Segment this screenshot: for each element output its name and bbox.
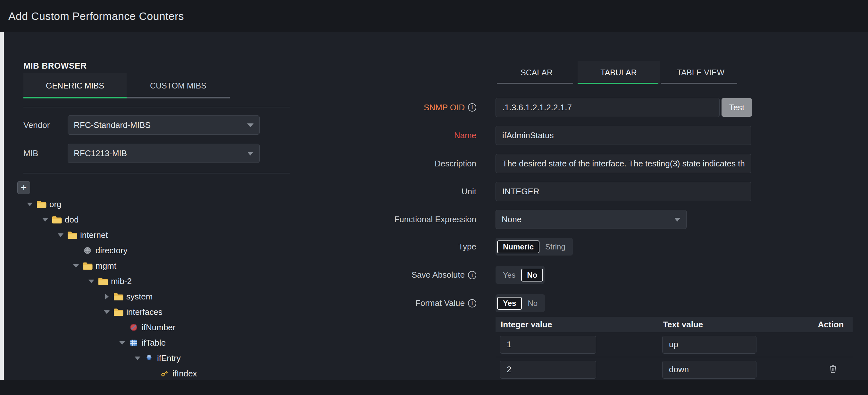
tab-tabular[interactable]: TABULAR — [578, 61, 660, 84]
collapse-arrow-icon[interactable] — [135, 357, 141, 360]
tree-node-mib-2[interactable]: mib-2 — [0, 273, 290, 289]
type-option-string[interactable]: String — [539, 240, 571, 253]
integer-value-input[interactable] — [500, 336, 596, 354]
tree-node-iftable[interactable]: ifTable — [0, 335, 290, 351]
info-icon[interactable]: i — [468, 103, 476, 112]
functional-expression-select[interactable]: None — [496, 210, 687, 229]
collapse-arrow-icon[interactable] — [104, 310, 110, 314]
tree-node-interfaces[interactable]: interfaces — [0, 304, 290, 320]
name-label: Name — [454, 130, 476, 141]
tree-node-system[interactable]: system — [0, 289, 290, 304]
name-input[interactable] — [496, 126, 751, 145]
mib-label: MIB — [23, 148, 68, 158]
text-value-input[interactable] — [662, 361, 756, 378]
tree-node-dod[interactable]: dod — [0, 212, 290, 227]
save-absolute-label-text: Save Absolute — [411, 270, 465, 280]
tab-generic-mibs[interactable]: GENERIC MIBS — [23, 73, 127, 98]
value-table-row — [496, 357, 852, 382]
tree-node-org[interactable]: org — [0, 196, 290, 212]
functional-expression-row: Functional Expression None — [496, 210, 687, 229]
vendor-select[interactable]: RFC-Standard-MIBS — [68, 115, 260, 135]
divider — [23, 107, 290, 108]
tree-node-ifindex[interactable]: ifIndex — [0, 366, 290, 381]
tree-node-ifentry[interactable]: ifEntry — [0, 351, 290, 366]
tree-node-label: mgmt — [95, 261, 116, 271]
tab-custom-mibs[interactable]: CUSTOM MIBS — [127, 73, 230, 98]
collapse-arrow-icon[interactable] — [73, 264, 79, 268]
unit-input[interactable] — [496, 182, 751, 201]
text-value-input[interactable] — [662, 336, 756, 354]
tree-expand-all-button[interactable]: + — [17, 181, 30, 194]
info-icon[interactable]: i — [468, 271, 476, 279]
collapse-arrow-icon[interactable] — [42, 218, 48, 221]
folder-icon — [112, 293, 124, 301]
description-label: Description — [435, 159, 476, 169]
vendor-row: Vendor RFC-Standard-MIBS — [23, 115, 260, 135]
type-option-numeric[interactable]: Numeric — [497, 240, 539, 253]
value-table-row — [496, 332, 852, 357]
description-input[interactable] — [496, 154, 751, 173]
save-absolute-option-yes[interactable]: Yes — [497, 269, 521, 281]
tab-scalar-label: SCALAR — [521, 68, 553, 77]
folder-icon — [51, 215, 63, 224]
name-row: Name — [496, 126, 751, 145]
delete-row-button[interactable] — [813, 364, 852, 375]
folder-icon — [97, 277, 109, 286]
tree-node-directory[interactable]: directory — [0, 243, 290, 258]
name-label-text: Name — [454, 130, 476, 141]
collapse-arrow-icon[interactable] — [27, 203, 33, 206]
type-label: Type — [458, 242, 476, 252]
folder-icon — [35, 200, 48, 209]
tree-node-label: ifTable — [142, 338, 166, 348]
vendor-label: Vendor — [23, 120, 68, 130]
unit-label-text: Unit — [462, 187, 476, 196]
tree-node-label: system — [126, 292, 153, 302]
integer-value-input[interactable] — [500, 361, 596, 378]
save-absolute-toggle: Yes No — [496, 266, 545, 284]
save-absolute-option-no[interactable]: No — [521, 269, 543, 281]
test-button[interactable]: Test — [721, 98, 752, 117]
tab-custom-mibs-label: CUSTOM MIBS — [150, 81, 207, 90]
unit-row: Unit — [496, 182, 751, 201]
mib-select-value: RFC1213-MIB — [74, 148, 127, 158]
tab-table-view-label: TABLE VIEW — [677, 68, 724, 77]
type-toggle: Numeric String — [496, 238, 573, 255]
tree-node-internet[interactable]: internet — [0, 227, 290, 243]
collapse-arrow-icon[interactable] — [58, 234, 63, 237]
format-value-option-yes[interactable]: Yes — [497, 297, 522, 310]
mib-select[interactable]: RFC1213-MIB — [68, 144, 260, 163]
mib-tabs: GENERIC MIBS CUSTOM MIBS — [23, 73, 230, 98]
tab-table-view[interactable]: TABLE VIEW — [660, 61, 742, 84]
page-title: Add Custom Performance Counters — [8, 10, 184, 23]
tree-node-label: internet — [80, 230, 108, 240]
expand-arrow-icon[interactable] — [105, 294, 108, 300]
tree-node-mgmt[interactable]: mgmt — [0, 258, 290, 273]
functional-expression-label-text: Functional Expression — [394, 214, 476, 224]
value-table-header: Integer value Text value Action — [496, 317, 852, 332]
info-icon[interactable]: i — [468, 299, 476, 307]
window-titlebar: Add Custom Performance Counters — [0, 0, 868, 32]
tree-node-label: directory — [95, 246, 128, 255]
format-value-label: Format Value i — [415, 298, 476, 308]
integer-value-header: Integer value — [496, 320, 658, 330]
collapse-arrow-icon[interactable] — [89, 280, 94, 283]
folder-icon — [112, 308, 124, 316]
entry-icon — [143, 354, 155, 363]
collapse-arrow-icon[interactable] — [119, 341, 125, 345]
format-value-option-no[interactable]: No — [522, 297, 543, 310]
snmp-oid-input[interactable] — [496, 98, 720, 117]
mib-tree: org dod internet directory — [0, 196, 290, 381]
type-label-text: Type — [458, 242, 476, 252]
folder-icon — [82, 262, 94, 270]
snmp-oid-label: SNMP OID i — [424, 102, 476, 113]
tree-node-label: ifIndex — [173, 369, 197, 378]
snmp-oid-label-text: SNMP OID — [424, 102, 465, 113]
tree-node-label: ifNumber — [142, 323, 175, 332]
text-value-header: Text value — [658, 320, 809, 330]
tree-node-ifnumber[interactable]: ifNumber — [0, 320, 290, 335]
tab-scalar[interactable]: SCALAR — [496, 61, 578, 84]
tree-node-label: ifEntry — [157, 353, 181, 363]
table-icon — [128, 338, 140, 347]
tree-node-label: org — [49, 200, 62, 209]
key-icon — [158, 369, 170, 378]
